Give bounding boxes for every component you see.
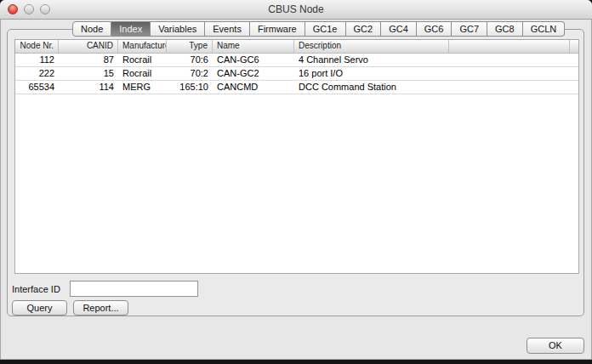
tab-gc7[interactable]: GC7 [452,21,487,37]
minimize-button-icon[interactable] [24,4,34,14]
tab-firmware[interactable]: Firmware [250,21,305,37]
column-header-canid[interactable]: CANID [59,40,118,53]
cell-description: DCC Command Station [294,81,449,94]
interface-id-input[interactable] [70,281,198,297]
tab-gcln[interactable]: GCLN [523,21,566,37]
report-button[interactable]: Report... [73,300,128,316]
interface-id-label: Interface ID [12,284,60,294]
cell-type: 70:6 [167,54,213,66]
cell-type: 70:2 [167,67,213,80]
cell-name: CAN-GC6 [213,54,294,66]
table-row[interactable]: 65534 114 MERG 165:10 CANCMD DCC Command… [15,81,578,94]
table-row[interactable]: 112 87 Rocrail 70:6 CAN-GC6 4 Channel Se… [15,54,578,67]
column-header-type[interactable]: Type [167,40,213,53]
cell-canid: 114 [59,81,118,94]
column-header-filler [449,40,570,53]
tab-strip: Node Index Variables Events Firmware GC1… [72,21,565,37]
tab-gc1e[interactable]: GC1e [305,21,346,37]
cell-manufacturer: Rocrail [118,67,167,80]
cell-manufacturer: MERG [118,81,167,94]
tab-gc2[interactable]: GC2 [346,21,382,37]
query-button[interactable]: Query [12,300,67,316]
column-header-description[interactable]: Description [294,40,449,53]
table-header-corner [570,40,578,53]
cell-name: CANCMD [213,81,294,94]
cell-description: 16 port I/O [294,67,449,80]
tab-gc8[interactable]: GC8 [487,21,523,37]
table-row[interactable]: 222 15 Rocrail 70:2 CAN-GC2 16 port I/O [15,67,578,81]
window-controls [8,4,50,14]
cell-manufacturer: Rocrail [118,54,167,66]
cell-node-nr: 65534 [15,81,59,94]
node-table: Node Nr. CANID Manufacturer Type Name De… [14,39,579,274]
cell-node-nr: 112 [15,54,59,66]
cell-description: 4 Channel Servo [294,54,449,66]
tab-events[interactable]: Events [205,21,250,37]
cell-node-nr: 222 [15,67,59,80]
cell-type: 165:10 [167,81,213,94]
window-title: CBUS Node [0,0,592,19]
tab-variables[interactable]: Variables [151,21,205,37]
zoom-button-icon[interactable] [40,4,50,14]
cell-canid: 15 [59,67,118,80]
cell-canid: 87 [59,54,118,66]
cbus-node-window: CBUS Node Node Index Variables Events Fi… [0,0,592,360]
tab-gc6[interactable]: GC6 [417,21,453,37]
title-bar[interactable]: CBUS Node [0,0,592,20]
tab-node[interactable]: Node [72,21,111,37]
cell-name: CAN-GC2 [213,67,294,80]
tab-gc4[interactable]: GC4 [381,21,417,37]
column-header-node-nr[interactable]: Node Nr. [15,40,59,53]
column-header-manufacturer[interactable]: Manufacturer [118,40,167,53]
table-header-row: Node Nr. CANID Manufacturer Type Name De… [15,40,578,54]
close-button-icon[interactable] [8,4,18,14]
column-header-name[interactable]: Name [213,40,294,53]
tab-index[interactable]: Index [111,21,151,37]
ok-button[interactable]: OK [527,338,584,354]
